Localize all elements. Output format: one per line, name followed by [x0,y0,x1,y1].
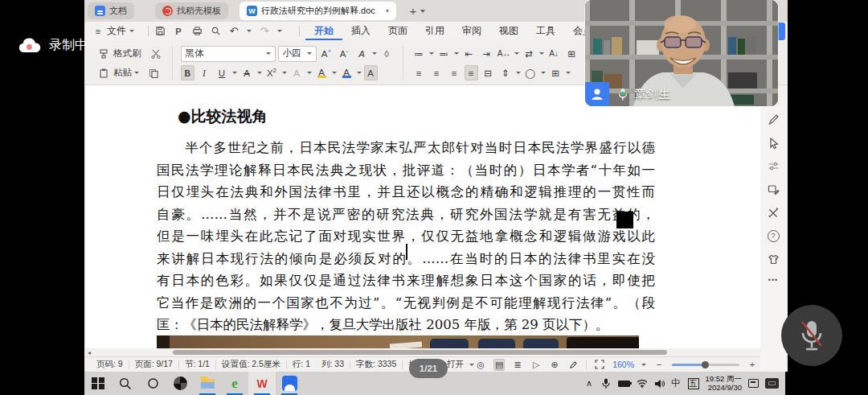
ie-browser-button[interactable]: e [221,372,248,395]
bullet-dropdown-icon[interactable] [429,52,434,55]
tab-home-docs[interactable]: 文档 [88,2,134,19]
eye-protect-icon[interactable]: ◎ [475,359,486,371]
undo-icon[interactable]: ↶ [228,26,240,37]
doc-line[interactable]: 有日本的色彩。如果仅仅是通过法律书来理解想象日本这个国家的话，即使把 [157,270,655,292]
doc-line[interactable]: 半个多世纪之前，日本民法学家末弘严太郎针对当时日本民法学界盛行以德 [157,137,655,159]
battery-icon[interactable] [618,381,630,387]
focus-mode-icon[interactable] [594,359,605,371]
line-spacing-icon[interactable]: ⇕ [498,65,514,80]
text-effects-dropdown-icon[interactable] [372,52,377,55]
bullet-list-icon[interactable]: ≔ [411,46,427,61]
new-tab-button[interactable]: + [406,4,420,18]
volume-icon[interactable] [654,379,665,389]
wps-office-button[interactable]: W [248,372,276,395]
file-menu[interactable]: ≡ 文件 [92,24,134,38]
align-left-icon[interactable]: ≡ [411,65,427,80]
clear-format-icon[interactable]: ◊ [379,46,395,61]
copy-icon[interactable] [145,65,161,80]
web-layout-icon[interactable]: ⊕ [549,359,560,371]
strikethrough-dropdown-icon[interactable] [257,72,262,74]
zoom-dropdown-icon[interactable] [641,364,646,366]
superscript-dropdown-icon[interactable] [282,72,287,74]
align-right-icon[interactable]: ≡ [447,65,462,80]
zoom-slider[interactable] [672,364,739,366]
pinwheel-app-button[interactable] [166,372,194,395]
font-size-select[interactable]: 小四 [278,46,317,62]
decrease-font-icon[interactable]: A- [337,46,352,61]
tray-mic-icon[interactable] [601,378,612,389]
char-scale-icon[interactable]: A↔ [497,46,512,61]
cut-icon[interactable] [149,46,164,61]
bold-button[interactable]: B [181,65,194,80]
ime-mode-indicator[interactable]: 五 [688,378,699,389]
italic-button[interactable]: I [197,65,212,80]
menu-tab-tools[interactable]: 工具 [527,22,564,40]
doc-line[interactable]: 自豪。……当然，并不是说严密的研究法典，研究外国法学就是有害无益的， [157,204,655,226]
borders-icon[interactable]: ⊞ [548,65,563,80]
settings-sliders-icon[interactable] [767,159,780,172]
embedded-photo[interactable] [157,335,639,348]
line-spacing-dropdown-icon[interactable] [516,72,521,74]
menu-tab-view[interactable]: 视图 [490,22,527,40]
scroll-left-arrow-icon[interactable]: ◂ [88,349,91,356]
edit-pen-icon[interactable] [567,359,579,371]
borders-dropdown-icon[interactable] [566,72,571,74]
undo-dropdown-icon[interactable] [247,30,252,32]
highlight-dropdown-icon[interactable] [332,72,337,74]
doc-line[interactable]: 匡：《日本的民法解释学》，复旦大学出版社 2005 年版，第 29 页以下）。 [157,314,655,336]
paste-label[interactable]: 粘贴 [113,67,132,79]
menu-tab-home[interactable]: 开始 [305,22,342,40]
tab-docer-templates[interactable]: 找稻壳模板 [155,2,228,19]
text-outline-button[interactable]: A [289,65,305,80]
tools-icon[interactable] [767,206,780,219]
format-painter-label[interactable]: 格式刷 [113,47,141,60]
quickbar-dropdown-icon[interactable] [277,30,282,32]
superscript-button[interactable]: X2 [264,65,280,80]
strikethrough-button[interactable]: A [240,65,255,80]
image-annotate-icon[interactable] [767,183,780,195]
action-center-icon[interactable] [748,379,759,388]
doc-line[interactable]: 国民法学理论解释日本民法典之现状，批评道：（当时的）日本学者“十年如一 [157,159,655,182]
export-pdf-icon[interactable]: P [173,26,184,37]
outline-view-icon[interactable]: ≣ [512,359,523,371]
numbered-list-icon[interactable]: ≕ [436,46,452,61]
menu-tab-page[interactable]: 页面 [379,22,416,40]
webcam-video[interactable]: 章剑生 [585,0,778,106]
increase-font-icon[interactable]: A+ [319,46,334,61]
redo-icon[interactable]: ↷ [259,26,270,37]
taskbar-clock[interactable]: 19:52 周一 2024/9/30 [706,375,742,392]
menu-tab-references[interactable]: 引用 [416,22,453,40]
text-effects-icon[interactable]: A [354,46,370,61]
text-outline-dropdown-icon[interactable] [307,72,312,74]
paste-icon[interactable] [96,65,111,80]
print-icon[interactable] [191,26,203,37]
meeting-app-button[interactable] [276,372,303,395]
ime-language-indicator[interactable]: 中 [671,376,682,390]
spellcheck-dropdown-icon[interactable] [469,364,474,366]
shading-icon[interactable]: ◯ [523,65,538,80]
tray-expand-icon[interactable]: ∧ [584,378,595,389]
save-icon[interactable] [154,26,166,37]
paste-dropdown-icon[interactable] [134,72,139,74]
highlight-button[interactable]: A [314,65,330,80]
sort-icon[interactable]: A↓ [547,46,562,61]
numbered-dropdown-icon[interactable] [454,52,459,55]
char-shading-button[interactable]: A [364,65,378,80]
font-color-dropdown-icon[interactable] [357,72,362,74]
zoom-slider-knob[interactable] [702,361,709,368]
doc-line[interactable]: 它当作是欧洲的一个国家也不为过”。“无视判例是不可能理解现行法律”。（段 [157,292,655,315]
zoom-level[interactable]: 160% [612,360,634,369]
align-center-icon[interactable]: ≡ [429,65,444,80]
more-tools-icon[interactable]: ••• [768,276,778,284]
justify-icon[interactable]: ≡ [465,65,478,80]
status-word-count[interactable]: 字数: 3335 [350,359,402,370]
pointer-tool-icon[interactable] [767,136,780,149]
page-view-icon[interactable]: ▤ [493,359,505,371]
font-name-select[interactable]: 黑体 [181,46,276,62]
touch-keyboard-icon[interactable] [765,378,779,389]
underline-dropdown-icon[interactable] [232,72,237,74]
decrease-indent-icon[interactable]: ⇤ [461,46,477,61]
doc-paragraph[interactable]: 半个多世纪之前，日本民法学家末弘严太郎针对当时日本民法学界盛行以德 国民法学理论… [157,137,655,336]
mute-mic-button[interactable] [781,305,842,366]
start-button[interactable] [84,372,112,395]
